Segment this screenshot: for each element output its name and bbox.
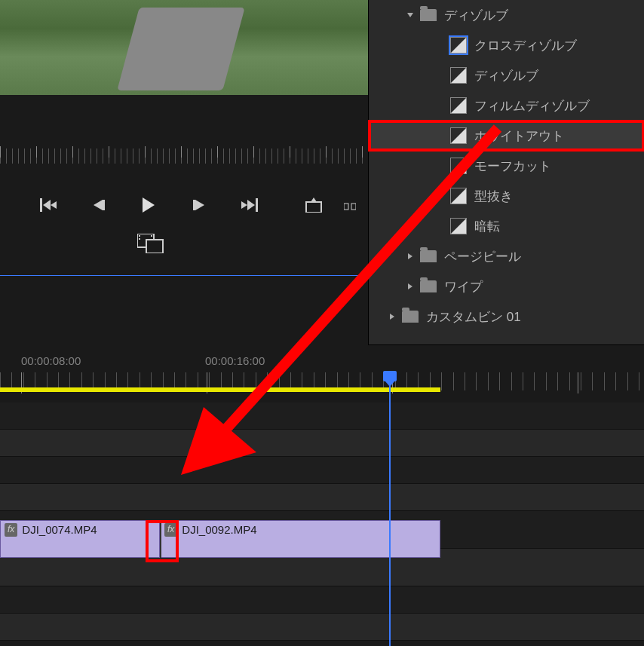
effect-label: ディゾルブ [474,67,538,84]
playback-controls [30,190,368,220]
video-clip-2[interactable]: fx DJI_0092.MP4 [160,520,440,558]
go-to-out-icon [241,198,258,212]
transition-icon [450,188,467,204]
track-row[interactable] [0,430,644,457]
category-label: ディゾルブ [444,7,508,24]
effects-folder-page-peel[interactable]: ページピール [369,241,644,271]
svg-marker-23 [390,314,394,320]
effect-morph-cut[interactable]: モーフカット [369,151,644,181]
insert-icon [344,197,356,213]
filmstrip-icon [137,234,164,253]
track-row[interactable] [0,484,644,511]
svg-marker-2 [51,201,57,209]
svg-rect-6 [193,200,195,210]
clip-name: DJI_0092.MP4 [182,523,256,536]
timeline-ruler[interactable]: 00:00:08:00 00:00:16:00 [0,354,644,384]
svg-marker-22 [408,283,412,289]
work-area-bar[interactable] [0,387,440,392]
effect-dissolve[interactable]: ディゾルブ [369,60,644,90]
effect-fade-to-black[interactable]: 暗転 [369,211,644,241]
effect-film-dissolve[interactable]: フィルムディゾルブ [369,90,644,121]
step-forward-button[interactable] [181,191,217,219]
chevron-right-icon [403,250,417,263]
svg-marker-5 [143,197,155,213]
effect-die-cut[interactable]: 型抜き [369,181,644,211]
svg-rect-18 [139,238,140,240]
clip-name: DJI_0074.MP4 [22,523,97,536]
time-label: 00:00:08:00 [21,354,81,367]
chevron-right-icon [403,280,417,293]
track-row[interactable] [0,403,644,430]
svg-rect-19 [151,235,152,237]
effect-label: フィルムディゾルブ [474,97,590,115]
folder-label: ページピール [444,248,521,265]
svg-rect-0 [40,198,42,212]
effect-label: ホワイトアウト [474,127,564,145]
transition-icon [450,218,467,234]
transition-icon [450,37,467,54]
video-clip-1[interactable]: fx DJI_0074.MP4 [0,520,160,558]
effect-label: クロスディゾルブ [474,37,577,54]
time-label: 00:00:16:00 [205,354,265,367]
secondary-controls [132,230,170,257]
export-frame-button[interactable] [296,191,333,219]
svg-marker-3 [94,200,103,210]
track-row[interactable] [0,614,644,641]
effects-folder-wipe[interactable]: ワイプ [369,271,644,302]
effect-label: モーフカット [474,158,551,175]
svg-marker-1 [43,200,51,210]
track-row[interactable] [0,457,644,484]
svg-marker-7 [195,200,204,210]
svg-marker-9 [247,200,255,210]
timeline: 00:00:08:00 00:00:16:00 fx DJI_0074.MP4 … [0,345,644,646]
svg-rect-17 [139,235,140,237]
svg-rect-10 [256,198,258,212]
preview-content [117,8,244,90]
effects-custom-bin[interactable]: カスタムビン 01 [369,302,644,332]
insert-button[interactable] [332,191,368,219]
svg-rect-11 [306,202,321,213]
effect-label: 型抜き [474,188,513,205]
svg-rect-13 [344,204,348,210]
transition-icon [450,97,467,114]
export-frame-icon [305,197,323,213]
effects-category-dissolve[interactable]: ディゾルブ [369,0,644,30]
chevron-down-icon [403,8,417,22]
preview-monitor[interactable] [0,0,368,95]
preview-ruler[interactable] [0,148,368,164]
playhead-marker[interactable] [383,371,397,381]
transition-icon [450,67,467,84]
fx-badge: fx [5,523,17,537]
transition-icon [450,127,467,144]
clips-container: fx DJI_0074.MP4 fx DJI_0092.MP4 [0,520,644,558]
folder-icon [420,9,437,21]
svg-marker-21 [408,253,412,259]
svg-marker-20 [407,13,413,17]
playhead-line [389,371,391,646]
step-back-button[interactable] [81,191,117,219]
chevron-right-icon [385,310,399,323]
bin-label: カスタムビン 01 [426,308,521,326]
svg-marker-12 [311,197,317,202]
play-icon [141,196,156,214]
track-row[interactable] [0,586,644,614]
fx-badge: fx [164,523,177,537]
svg-rect-4 [103,200,105,210]
play-button[interactable] [130,191,167,219]
clip-cut-indicator [160,523,161,558]
filmstrip-button[interactable] [132,230,170,257]
step-forward-icon [192,198,206,212]
effect-cross-dissolve[interactable]: クロスディゾルブ [369,30,644,60]
folder-label: ワイプ [444,278,483,295]
go-to-in-button[interactable] [30,191,66,219]
go-to-out-button[interactable] [232,191,268,219]
step-back-icon [92,198,106,212]
divider-line [0,275,368,276]
effect-white-out[interactable]: ホワイトアウト [369,121,644,151]
go-to-in-icon [40,198,57,212]
transition-icon [450,158,467,174]
folder-icon [420,250,437,262]
svg-rect-16 [146,240,163,253]
effects-panel: ディゾルブ クロスディゾルブ ディゾルブ フィルムディゾルブ ホワイトアウト モ… [368,0,644,345]
svg-rect-14 [351,204,356,210]
